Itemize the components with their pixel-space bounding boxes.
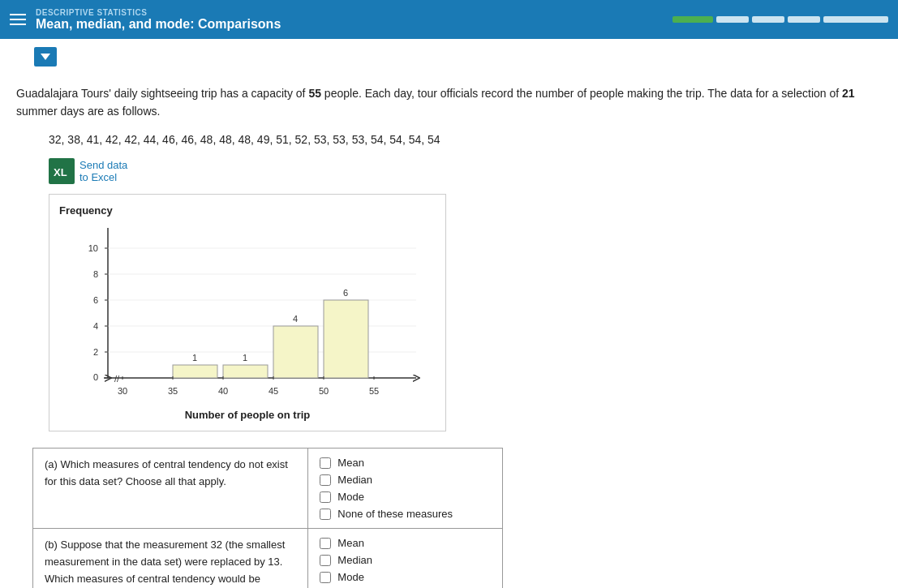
svg-rect-26 — [273, 326, 318, 378]
section-label: DESCRIPTIVE STATISTICS — [36, 8, 663, 17]
svg-text:4: 4 — [293, 314, 298, 324]
frequency-chart: Frequency // 0 2 — [49, 194, 446, 431]
svg-text:45: 45 — [269, 386, 278, 396]
page-title: Mean, median, and mode: Comparisons — [36, 17, 663, 32]
label-b-median: Median — [337, 554, 372, 566]
answer-a-group: Mean Median Mode None of these measures — [320, 457, 491, 520]
svg-text:6: 6 — [93, 295, 98, 305]
excel-icon: XL — [49, 158, 75, 184]
progress-segment-5 — [823, 16, 888, 23]
question-a-text: (a) Which measures of central tendency d… — [45, 458, 288, 487]
svg-text:40: 40 — [218, 386, 228, 396]
svg-text:0: 0 — [93, 372, 98, 382]
checkbox-b-median[interactable] — [320, 555, 331, 566]
progress-bar-group — [672, 16, 888, 23]
svg-text:XL: XL — [54, 166, 67, 178]
svg-text:8: 8 — [93, 269, 98, 279]
chart-svg: // 0 2 4 6 8 10 — [59, 220, 424, 414]
answer-b-cell: Mean Median Mode None of these measures — [308, 529, 503, 588]
checkbox-a-median[interactable] — [320, 474, 331, 486]
svg-text:30: 30 — [118, 386, 127, 396]
table-row-b: (b) Suppose that the measurement 32 (the… — [33, 529, 503, 588]
dropdown-button[interactable] — [32, 45, 58, 68]
checkbox-b-mean[interactable] — [320, 538, 331, 549]
label-a-mean: Mean — [337, 457, 364, 469]
problem-text-part3: summer days are as follows. — [16, 105, 160, 118]
svg-text://: // — [114, 374, 120, 384]
svg-text:1: 1 — [192, 353, 197, 363]
option-b-median[interactable]: Median — [320, 554, 491, 566]
svg-rect-22 — [173, 365, 217, 378]
top-navigation-bar: DESCRIPTIVE STATISTICS Mean, median, and… — [0, 0, 898, 39]
svg-text:50: 50 — [319, 386, 329, 396]
progress-segment-3 — [752, 16, 784, 23]
title-block: DESCRIPTIVE STATISTICS Mean, median, and… — [36, 8, 663, 32]
excel-link-text: Send data to Excel — [79, 159, 127, 183]
problem-description: Guadalajara Tours' daily sightseeing tri… — [16, 84, 882, 121]
days-value: 21 — [842, 87, 855, 100]
option-a-none[interactable]: None of these measures — [320, 508, 491, 520]
progress-segment-2 — [716, 16, 749, 23]
label-a-mode: Mode — [337, 491, 364, 503]
question-b-cell: (b) Suppose that the measurement 32 (the… — [33, 529, 308, 588]
progress-segment-1 — [672, 16, 713, 23]
label-a-median: Median — [337, 474, 372, 486]
checkbox-a-mode[interactable] — [320, 491, 331, 503]
question-a-cell: (a) Which measures of central tendency d… — [33, 449, 308, 529]
svg-text:6: 6 — [343, 288, 348, 298]
send-to-excel-link[interactable]: XL Send data to Excel — [49, 158, 882, 184]
svg-rect-24 — [223, 365, 268, 378]
option-a-mode[interactable]: Mode — [320, 491, 491, 503]
main-content: Guadalajara Tours' daily sightseeing tri… — [0, 75, 898, 588]
y-axis-label: Frequency — [59, 204, 436, 217]
option-a-median[interactable]: Median — [320, 474, 491, 486]
svg-text:10: 10 — [88, 243, 98, 253]
checkbox-a-none[interactable] — [320, 509, 331, 520]
svg-text:35: 35 — [168, 386, 178, 396]
svg-text:1: 1 — [243, 353, 247, 363]
svg-rect-28 — [324, 300, 368, 378]
option-b-mean[interactable]: Mean — [320, 537, 491, 549]
label-a-none: None of these measures — [337, 508, 453, 520]
option-b-mode[interactable]: Mode — [320, 571, 491, 583]
question-b-text: (b) Suppose that the measurement 32 (the… — [45, 539, 285, 588]
progress-segment-4 — [788, 16, 820, 23]
questions-table: (a) Which measures of central tendency d… — [32, 448, 503, 588]
svg-text:2: 2 — [93, 347, 98, 357]
label-b-mode: Mode — [337, 571, 364, 583]
option-a-mean[interactable]: Mean — [320, 457, 491, 469]
answer-a-cell: Mean Median Mode None of these measures — [308, 449, 503, 529]
problem-text-part2: people. Each day, tour officials record … — [321, 87, 842, 100]
checkbox-b-mode[interactable] — [320, 572, 331, 583]
chevron-down-icon — [41, 54, 50, 60]
hamburger-menu[interactable] — [10, 14, 26, 25]
svg-text:4: 4 — [93, 321, 98, 331]
label-b-mean: Mean — [337, 537, 364, 549]
checkbox-a-mean[interactable] — [320, 457, 331, 469]
svg-text:55: 55 — [369, 386, 379, 396]
problem-text-part1: Guadalajara Tours' daily sightseeing tri… — [16, 87, 308, 100]
data-sequence: 32, 38, 41, 42, 42, 44, 46, 46, 48, 48, … — [49, 131, 882, 148]
capacity-value: 55 — [308, 87, 321, 100]
table-row-a: (a) Which measures of central tendency d… — [33, 449, 503, 529]
answer-b-group: Mean Median Mode None of these measures — [320, 537, 491, 588]
